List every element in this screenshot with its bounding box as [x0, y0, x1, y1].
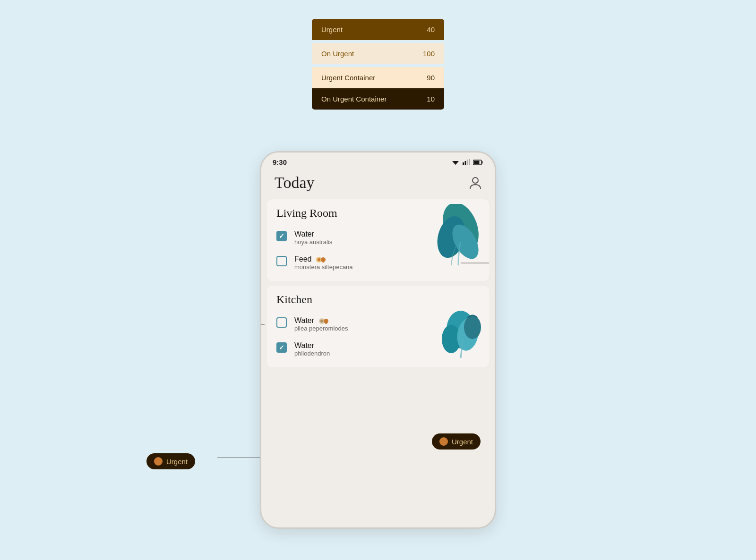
on-urgent-container-card: On Urgent Container 10 [312, 88, 444, 110]
kitchen-section: Kitchen Water [267, 286, 489, 367]
task-action-water-philodendron: Water [294, 341, 330, 350]
connector-line-left [261, 324, 265, 324]
svg-point-9 [472, 178, 478, 183]
urgent-value: 40 [427, 25, 435, 34]
task-plant-monstera: monstera siltepecana [294, 263, 353, 271]
water-icons [318, 316, 329, 325]
task-plant-philodendron: philodendron [294, 350, 330, 357]
color-palette-section: Urgent 40 On Urgent 100 Urgent Container… [312, 19, 444, 110]
urgent-badge-left: Urgent [146, 453, 195, 469]
feed-urgency-icon [316, 256, 326, 263]
urgent-card: Urgent 40 [312, 19, 444, 40]
status-icons [451, 159, 483, 165]
living-room-section: Living Room Water hoya australis [267, 199, 489, 281]
on-urgent-container-label: On Urgent Container [321, 95, 387, 103]
signal-icon [463, 159, 470, 165]
task-action-water-pilea: Water [294, 316, 348, 325]
svg-marker-1 [453, 162, 458, 165]
wifi-icon [451, 159, 460, 165]
task-action-feed-monstera: Feed [294, 255, 353, 263]
on-urgent-card: On Urgent 100 [312, 43, 444, 64]
on-urgent-value: 100 [423, 50, 435, 58]
status-bar: 9:30 [261, 153, 495, 169]
svg-rect-5 [469, 159, 471, 165]
checkbox-water-philodendron[interactable] [276, 342, 287, 353]
svg-rect-2 [463, 162, 464, 165]
svg-point-20 [464, 315, 481, 339]
svg-point-14 [318, 258, 320, 261]
task-text-water-philodendron: Water philodendron [294, 341, 330, 357]
task-text-feed-monstera: Feed monstera siltepecana [294, 255, 353, 271]
task-action-water-hoya: Water [294, 230, 332, 238]
urgent-label: Urgent [321, 25, 343, 34]
task-plant-hoya: hoya australis [294, 238, 332, 246]
urgent-container-value: 90 [427, 74, 435, 82]
on-urgent-container-value: 10 [427, 95, 435, 103]
svg-point-24 [325, 320, 327, 324]
svg-rect-4 [467, 160, 468, 165]
battery-icon [473, 160, 483, 165]
water-urgency-icon [318, 318, 329, 324]
connector-left-to-phone [217, 458, 260, 458]
urgent-badge-dot-left [154, 457, 163, 466]
on-urgent-label: On Urgent [321, 50, 354, 58]
task-plant-pilea: pilea peperomiodes [294, 325, 348, 332]
svg-point-16 [322, 259, 325, 263]
plant-illustration-living [432, 204, 484, 275]
checkbox-feed-monstera[interactable] [276, 256, 287, 266]
svg-point-22 [320, 320, 323, 322]
phone-content: Living Room Water hoya australis [261, 199, 495, 372]
svg-rect-8 [474, 161, 480, 164]
urgent-container-card: Urgent Container 90 [312, 67, 444, 88]
person-icon[interactable] [469, 176, 481, 189]
checkbox-water-hoya[interactable] [276, 231, 287, 241]
svg-rect-7 [482, 161, 483, 163]
plant-illustration-kitchen [437, 301, 484, 363]
feed-icons [316, 255, 326, 263]
task-text-water-hoya: Water hoya australis [294, 230, 332, 246]
page-title: Today [275, 174, 315, 192]
checkbox-water-pilea[interactable] [276, 317, 287, 328]
urgent-label-left: Urgent [166, 458, 188, 466]
phone-header: Today [261, 169, 495, 199]
urgent-container-label: Urgent Container [321, 74, 375, 82]
svg-rect-3 [465, 161, 466, 165]
status-time: 9:30 [273, 158, 287, 166]
phone-mockup: 9:30 Today [260, 151, 496, 529]
task-text-water-pilea: Water pilea peperomiodes [294, 316, 348, 332]
